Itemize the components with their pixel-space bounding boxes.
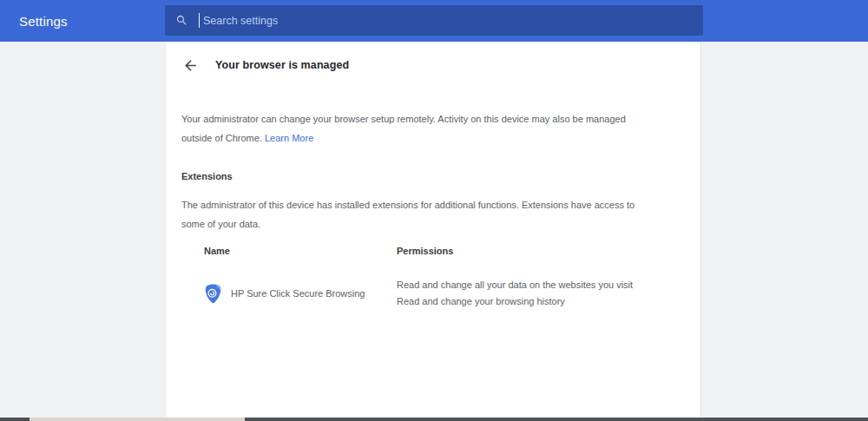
app-title: Settings	[19, 14, 68, 29]
managed-browser-card: Your browser is managed Your administrat…	[165, 42, 701, 418]
managed-description-line: Your administrator can change your brows…	[181, 109, 687, 128]
managed-description: Your administrator can change your brows…	[181, 109, 687, 148]
extensions-heading: Extensions	[181, 170, 685, 182]
search-input[interactable]	[201, 5, 692, 36]
arrow-back-icon	[182, 57, 199, 74]
chrome-settings-screen: { "header": { "app_title": "Settings", "…	[0, 0, 868, 421]
extension-name-cell: HP Sure Click Secure Browsing	[204, 283, 397, 305]
search-icon	[175, 14, 188, 27]
subpage-header: Your browser is managed	[166, 42, 700, 89]
extensions-description-line: The administrator of this device has ins…	[181, 195, 687, 214]
permission-item: Read and change your browsing history	[397, 293, 700, 310]
column-header-name: Name	[204, 245, 397, 257]
extension-name: HP Sure Click Secure Browsing	[231, 288, 365, 299]
horizontal-scrollbar	[0, 418, 868, 421]
back-button[interactable]	[178, 52, 204, 78]
permission-item: Read and change all your data on the web…	[397, 277, 700, 293]
search-box[interactable]	[165, 5, 703, 36]
page-title: Your browser is managed	[215, 59, 349, 71]
extension-permissions-cell: Read and change all your data on the web…	[397, 277, 700, 310]
scrollbar-segment-left[interactable]	[0, 418, 30, 421]
extensions-description: The administrator of this device has ins…	[181, 195, 687, 234]
scrollbar-thumb[interactable]	[245, 418, 868, 421]
table-row: HP Sure Click Secure Browsing Read and c…	[204, 277, 700, 310]
table-header-row: Name Permissions	[204, 245, 700, 257]
extensions-table: Name Permissions HP Sure Click Secure Br…	[204, 245, 700, 310]
managed-description-line: outside of Chrome.	[181, 133, 262, 143]
text-caret	[199, 13, 200, 28]
extensions-description-line: some of your data.	[181, 219, 260, 229]
column-header-permissions: Permissions	[397, 245, 700, 257]
app-header: Settings	[0, 0, 868, 42]
hp-sure-click-extension-icon	[204, 283, 222, 305]
learn-more-link[interactable]: Learn More	[265, 133, 313, 143]
